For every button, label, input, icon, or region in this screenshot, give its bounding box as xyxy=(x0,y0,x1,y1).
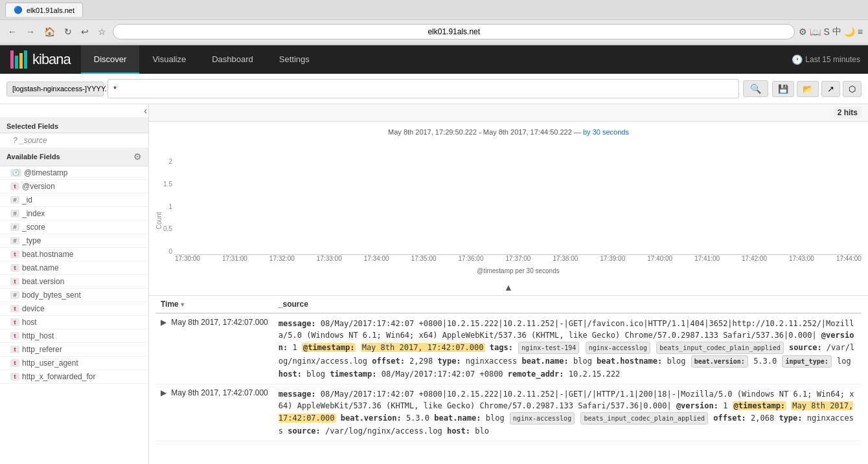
logo-bars xyxy=(10,50,27,69)
clock-icon: 🕐 xyxy=(792,54,803,65)
y-label-2: 2 xyxy=(155,158,172,165)
chart-x-label: @timestamp per 30 seconds xyxy=(155,265,862,280)
sidebar-field-http-x-forwarded[interactable]: t http_x_forwarded_for xyxy=(0,370,148,384)
sidebar-field-score[interactable]: # _score xyxy=(0,221,148,234)
search-bar: [logstash-nginxaccess-]YYYY... ▾ 🔍 💾 📂 ↗… xyxy=(0,74,868,104)
sidebar-field-http-user-agent[interactable]: t http_user_agent xyxy=(0,357,148,370)
kibana-app: kibana Discover Visualize Dashboard Sett… xyxy=(0,45,868,464)
open-search-button[interactable]: ⬡ xyxy=(843,81,862,97)
time-value-1: May 8th 2017, 17:42:07.000 xyxy=(171,388,268,397)
chart-collapse-button[interactable]: ▲ xyxy=(155,280,862,295)
x-tick-5: 17:35:00 xyxy=(411,255,437,262)
field-type-icon: # xyxy=(10,196,19,204)
timestamp-highlight: @timestamp: xyxy=(302,343,356,352)
browser-tab-bar: 🔵 elk01.91als.net xyxy=(0,0,868,19)
sidebar-field-beat-name[interactable]: t beat.name xyxy=(0,261,148,275)
table-header: Time ▾ _source xyxy=(155,296,862,313)
back-button[interactable]: ← xyxy=(5,25,19,38)
available-fields-header: Available Fields ⚙ xyxy=(0,148,148,166)
field-name: @timestamp xyxy=(24,168,68,177)
sidebar-field-host[interactable]: t host xyxy=(0,316,148,329)
sidebar-field-http-referer[interactable]: t http_referer xyxy=(0,343,148,357)
field-name: body_bytes_sent xyxy=(22,291,81,300)
sidebar-field-type[interactable]: # _type xyxy=(0,234,148,248)
forward-button[interactable]: → xyxy=(23,25,38,38)
settings-icon[interactable]: ⚙ xyxy=(799,27,807,37)
ext-icon-1[interactable]: S xyxy=(823,27,829,37)
table-area: Time ▾ _source ▶ May 8th 2017, 17:42:07.… xyxy=(149,296,868,441)
save-search-button[interactable]: 💾 xyxy=(772,81,794,97)
index-selector[interactable]: [logstash-nginxaccess-]YYYY... ▾ xyxy=(6,82,104,96)
search-button[interactable]: 🔍 xyxy=(743,80,768,97)
refresh-button[interactable]: ↻ xyxy=(62,25,74,38)
fields-settings-button[interactable]: ⚙ xyxy=(133,151,142,162)
ext-icon-2[interactable]: 中 xyxy=(832,26,841,38)
sidebar-collapse-button[interactable]: ‹ xyxy=(144,105,147,116)
field-label-timestamp: timestamp: xyxy=(330,370,376,379)
search-actions: 💾 📂 ↗ ⬡ xyxy=(772,81,862,97)
sidebar-field-beat-hostname[interactable]: t beat.hostname xyxy=(0,248,148,261)
field-name: host xyxy=(22,318,37,327)
kibana-logo: kibana xyxy=(0,45,81,74)
address-bar[interactable] xyxy=(113,24,795,39)
sidebar-field-beat-version[interactable]: t beat.version xyxy=(0,275,148,289)
sidebar-field-timestamp[interactable]: 🕐 @timestamp xyxy=(0,166,148,180)
nav-settings[interactable]: Settings xyxy=(266,45,323,74)
share-search-button[interactable]: ↗ xyxy=(821,81,840,97)
x-tick-12: 17:42:00 xyxy=(742,255,767,262)
tag-beat-version: beat.version: xyxy=(691,355,748,368)
field-label-message-2: message: xyxy=(279,390,316,399)
field-label-source: source: xyxy=(789,343,822,352)
time-cell-1: ▶ May 8th 2017, 17:42:07.000 xyxy=(155,384,273,441)
browser-tab[interactable]: 🔵 elk01.91als.net xyxy=(5,3,83,17)
x-tick-11: 17:41:00 xyxy=(694,255,720,262)
history-button[interactable]: ↩ xyxy=(78,25,91,38)
chart-interval-link[interactable]: by 30 seconds xyxy=(583,128,629,136)
field-name: _index xyxy=(22,209,45,218)
sidebar-field-index[interactable]: # _index xyxy=(0,207,148,221)
field-name: http_user_agent xyxy=(22,359,78,368)
nav-visualize[interactable]: Visualize xyxy=(139,45,199,74)
field-name: device xyxy=(22,304,45,313)
tab-label: elk01.91als.net xyxy=(27,6,74,14)
y-label-15: 1.5 xyxy=(155,181,172,188)
nav-discover[interactable]: Discover xyxy=(81,45,140,74)
sidebar-field-id[interactable]: # _id xyxy=(0,193,148,207)
bookmark-button[interactable]: ☆ xyxy=(95,25,109,38)
sidebar-field-http-host[interactable]: t http_host xyxy=(0,329,148,343)
field-name: _type xyxy=(22,236,41,245)
search-input[interactable] xyxy=(108,79,739,98)
nav-dashboard[interactable]: Dashboard xyxy=(199,45,266,74)
load-search-button[interactable]: 📂 xyxy=(797,81,819,97)
field-label-offset: offset: xyxy=(372,357,405,366)
sidebar-field-version[interactable]: t @version xyxy=(0,180,148,193)
field-label-version-2: @version: xyxy=(676,401,718,410)
ext-icon-3[interactable]: 🌙 xyxy=(844,27,855,37)
x-tick-2: 17:32:00 xyxy=(269,255,295,262)
expand-row-1-button[interactable]: ▶ xyxy=(161,388,166,397)
chart-inner-wrapper xyxy=(175,254,862,255)
chart-wrapper: 2 1.5 1 0.5 0 xyxy=(155,138,862,255)
field-name: _id xyxy=(22,195,32,204)
sidebar-field-device[interactable]: t device xyxy=(0,302,148,316)
field-label-beat-name: beat.name: xyxy=(522,357,569,366)
expand-row-0-button[interactable]: ▶ xyxy=(161,318,166,327)
logo-bar-4 xyxy=(24,50,27,69)
sidebar-field-body-bytes[interactable]: # body_bytes_sent xyxy=(0,289,148,302)
field-type-icon: # xyxy=(10,291,19,299)
home-button[interactable]: 🏠 xyxy=(41,25,58,38)
field-type-icon: # xyxy=(10,237,19,245)
tag-input-type: input_type: xyxy=(782,355,831,368)
bookmark-manager-icon[interactable]: 📖 xyxy=(810,27,821,37)
field-type-icon: # xyxy=(10,223,19,231)
timestamp-highlight-2: @timestamp: xyxy=(733,401,786,410)
hits-count: 2 hits xyxy=(834,107,862,118)
kibana-topbar: kibana Discover Visualize Dashboard Sett… xyxy=(0,45,868,74)
timestamp-value: May 8th 2017, 17:42:07.000 xyxy=(361,343,485,352)
source-field[interactable]: ? _source xyxy=(0,133,148,148)
x-tick-6: 17:36:00 xyxy=(459,255,484,262)
x-tick-4: 17:34:00 xyxy=(364,255,389,262)
ext-icon-4[interactable]: ≡ xyxy=(858,27,863,37)
y-label-1: 1 xyxy=(155,203,172,210)
chart-title: May 8th 2017, 17:29:50.222 - May 8th 201… xyxy=(155,128,862,136)
